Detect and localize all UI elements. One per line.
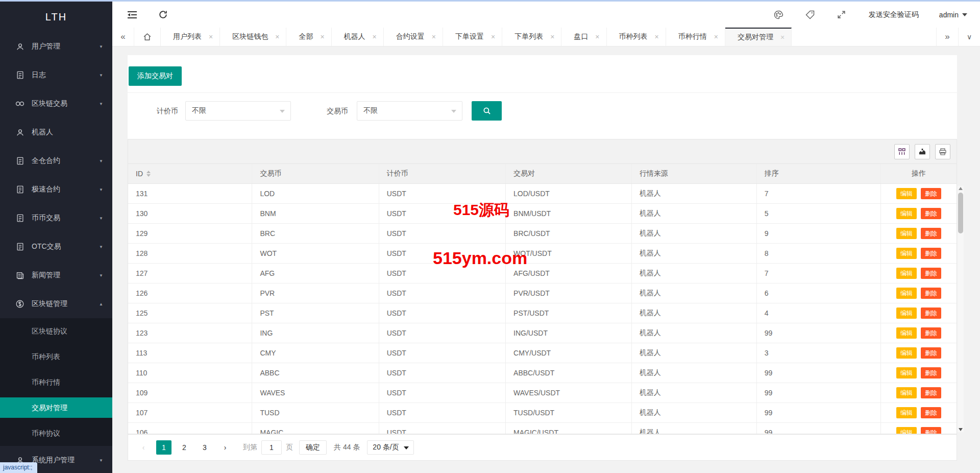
sidebar-item-6[interactable]: 币币交易▼ xyxy=(0,204,112,232)
page-button-1[interactable]: 1 xyxy=(156,440,172,455)
sidebar-item-1[interactable]: 日志▼ xyxy=(0,61,112,89)
delete-button[interactable]: 删除 xyxy=(921,387,941,398)
sort-icon[interactable] xyxy=(146,171,151,177)
tabs-menu-button[interactable]: ∨ xyxy=(958,28,980,46)
sidebar-subitem-1[interactable]: 币种列表 xyxy=(0,344,112,369)
tabs-scroll-left-button[interactable]: « xyxy=(112,28,134,46)
page-button-3[interactable]: 3 xyxy=(197,440,212,455)
edit-button[interactable]: 编辑 xyxy=(896,327,917,339)
delete-button[interactable]: 删除 xyxy=(921,308,941,319)
per-page-select[interactable]: 20 条/页 xyxy=(367,440,413,455)
delete-button[interactable]: 删除 xyxy=(921,367,941,379)
refresh-icon[interactable] xyxy=(157,9,168,20)
fullscreen-icon[interactable] xyxy=(836,9,847,20)
sidebar-subitem-4[interactable]: 币种协议 xyxy=(0,420,112,446)
delete-button[interactable]: 删除 xyxy=(921,427,941,434)
tab-3[interactable]: 机器人× xyxy=(332,28,384,46)
edit-button[interactable]: 编辑 xyxy=(896,407,917,418)
sidebar-item-label: 区块链管理 xyxy=(32,299,95,309)
tab-7[interactable]: 盘口× xyxy=(561,28,606,46)
edit-button[interactable]: 编辑 xyxy=(896,367,917,379)
sidebar-item-3[interactable]: 机器人 xyxy=(0,118,112,147)
edit-button[interactable]: 编辑 xyxy=(896,228,917,239)
home-tab[interactable] xyxy=(134,28,161,46)
close-icon[interactable]: × xyxy=(714,33,718,40)
close-icon[interactable]: × xyxy=(373,33,377,40)
sidebar-subitem-2[interactable]: 币种行情 xyxy=(0,369,112,395)
close-icon[interactable]: × xyxy=(595,33,599,40)
close-icon[interactable]: × xyxy=(491,33,495,40)
search-button[interactable] xyxy=(472,101,502,121)
quote-coin-select[interactable]: 不限 xyxy=(185,101,291,121)
close-icon[interactable]: × xyxy=(209,33,213,40)
tab-6[interactable]: 下单列表× xyxy=(502,28,561,46)
edit-button[interactable]: 编辑 xyxy=(896,188,917,199)
sidebar-subitem-0[interactable]: 区块链协议 xyxy=(0,318,112,344)
edit-button[interactable]: 编辑 xyxy=(896,347,917,359)
delete-button[interactable]: 删除 xyxy=(921,248,941,259)
edit-button[interactable]: 编辑 xyxy=(896,387,917,398)
tab-2[interactable]: 全部× xyxy=(286,28,331,46)
print-button[interactable] xyxy=(935,144,950,159)
delete-button[interactable]: 删除 xyxy=(921,228,941,239)
sidebar-item-9[interactable]: 区块链管理▲ xyxy=(0,290,112,318)
tag-icon[interactable] xyxy=(804,9,816,20)
close-icon[interactable]: × xyxy=(655,33,659,40)
delete-button[interactable]: 删除 xyxy=(921,327,941,339)
sidebar-item-7[interactable]: OTC交易▼ xyxy=(0,232,112,261)
table-scrollbar[interactable] xyxy=(958,186,964,432)
goto-page-input[interactable] xyxy=(261,440,282,455)
edit-button[interactable]: 编辑 xyxy=(896,268,917,279)
close-icon[interactable]: × xyxy=(550,33,554,40)
scrollbar-down-arrow-icon[interactable] xyxy=(959,428,963,431)
collapse-sidebar-icon[interactable] xyxy=(127,9,138,20)
tab-0[interactable]: 用户列表× xyxy=(161,28,220,46)
close-icon[interactable]: × xyxy=(320,33,324,40)
sidebar-item-4[interactable]: 全仓合约▼ xyxy=(0,147,112,175)
delete-button[interactable]: 删除 xyxy=(921,347,941,359)
send-security-code-link[interactable]: 发送安全验证码 xyxy=(869,10,919,19)
edit-button[interactable]: 编辑 xyxy=(896,308,917,319)
scrollbar-thumb[interactable] xyxy=(958,193,963,233)
theme-palette-icon[interactable] xyxy=(773,9,784,20)
goto-confirm-button[interactable]: 确定 xyxy=(299,440,327,455)
tab-8[interactable]: 币种列表× xyxy=(607,28,666,46)
sidebar-subitem-3[interactable]: 交易对管理 xyxy=(0,397,112,418)
delete-button[interactable]: 删除 xyxy=(921,268,941,279)
close-icon[interactable]: × xyxy=(780,34,785,41)
tab-10[interactable]: 交易对管理× xyxy=(725,28,792,46)
cell-sort: 5 xyxy=(757,204,881,223)
cell-source: 机器人 xyxy=(632,184,757,203)
delete-button[interactable]: 删除 xyxy=(921,407,941,418)
next-page-button[interactable]: › xyxy=(217,440,233,455)
scrollbar-up-arrow-icon[interactable] xyxy=(959,187,963,190)
cell-quote: USDT xyxy=(379,204,506,223)
tab-5[interactable]: 下单设置× xyxy=(443,28,502,46)
tabs-scroll-right-button[interactable]: » xyxy=(936,28,958,46)
sidebar-item-5[interactable]: 极速合约▼ xyxy=(0,175,112,204)
delete-button[interactable]: 删除 xyxy=(921,208,941,219)
edit-button[interactable]: 编辑 xyxy=(896,427,917,434)
export-button[interactable] xyxy=(915,144,930,159)
tab-9[interactable]: 币种行情× xyxy=(666,28,725,46)
sidebar-item-0[interactable]: 用户管理▼ xyxy=(0,32,112,61)
tab-1[interactable]: 区块链钱包× xyxy=(220,28,286,46)
delete-button[interactable]: 删除 xyxy=(921,288,941,299)
edit-button[interactable]: 编辑 xyxy=(896,208,917,219)
trade-coin-select[interactable]: 不限 xyxy=(357,101,462,121)
column-header-id[interactable]: ID xyxy=(128,164,252,183)
edit-button[interactable]: 编辑 xyxy=(896,288,917,299)
tab-4[interactable]: 合约设置× xyxy=(384,28,443,46)
table-row: 126PVRUSDTPVR/USDT机器人6编辑删除 xyxy=(128,283,957,303)
edit-button[interactable]: 编辑 xyxy=(896,248,917,259)
close-icon[interactable]: × xyxy=(275,33,279,40)
delete-button[interactable]: 删除 xyxy=(921,188,941,199)
filter-columns-button[interactable] xyxy=(894,144,910,159)
page-button-2[interactable]: 2 xyxy=(177,440,192,455)
sidebar-item-8[interactable]: 新闻管理▼ xyxy=(0,261,112,290)
user-menu[interactable]: admin xyxy=(939,11,967,19)
sidebar-item-2[interactable]: 区块链交易▼ xyxy=(0,89,112,118)
close-icon[interactable]: × xyxy=(432,33,436,40)
add-trading-pair-button[interactable]: 添加交易对 xyxy=(129,66,182,86)
prev-page-button[interactable]: ‹ xyxy=(136,440,151,455)
